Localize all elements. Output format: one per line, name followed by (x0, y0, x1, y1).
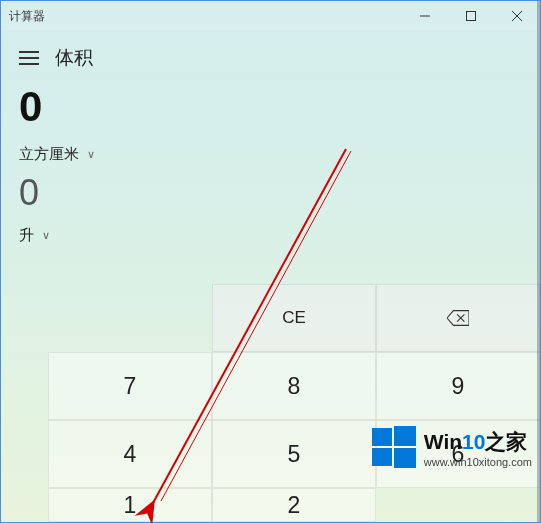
key-8[interactable]: 8 (212, 352, 376, 420)
from-value-display[interactable]: 0 (1, 75, 540, 135)
titlebar: 计算器 (1, 1, 540, 31)
from-value: 0 (19, 83, 522, 131)
key-6[interactable]: 6 (376, 420, 540, 488)
backspace-button[interactable] (376, 284, 540, 352)
key-7[interactable]: 7 (48, 352, 212, 420)
key-5[interactable]: 5 (212, 420, 376, 488)
calculator-window: 计算器 体积 0 立方厘米 ∨ 0 升 ∨ (0, 0, 541, 523)
mode-title: 体积 (55, 45, 93, 71)
clear-entry-button[interactable]: CE (212, 284, 376, 352)
to-unit-label: 升 (19, 226, 34, 245)
window-controls (402, 1, 540, 31)
to-value-display[interactable]: 0 (1, 166, 540, 216)
close-button[interactable] (494, 1, 540, 31)
chevron-down-icon: ∨ (87, 148, 95, 161)
from-unit-selector[interactable]: 立方厘米 ∨ (1, 135, 540, 166)
edge-shadow (537, 1, 540, 522)
menu-icon[interactable] (19, 51, 39, 65)
svg-rect-1 (467, 12, 476, 21)
maximize-button[interactable] (448, 1, 494, 31)
window-title: 计算器 (9, 8, 402, 25)
backspace-icon (447, 310, 469, 326)
key-4[interactable]: 4 (48, 420, 212, 488)
header: 体积 (1, 31, 540, 75)
key-2[interactable]: 2 (212, 488, 376, 522)
to-value: 0 (19, 172, 522, 214)
minimize-button[interactable] (402, 1, 448, 31)
key-1[interactable]: 1 (48, 488, 212, 522)
key-9[interactable]: 9 (376, 352, 540, 420)
chevron-down-icon: ∨ (42, 229, 50, 242)
from-unit-label: 立方厘米 (19, 145, 79, 164)
keypad: CE 7 8 9 4 5 6 1 2 (48, 284, 540, 522)
to-unit-selector[interactable]: 升 ∨ (1, 216, 540, 247)
